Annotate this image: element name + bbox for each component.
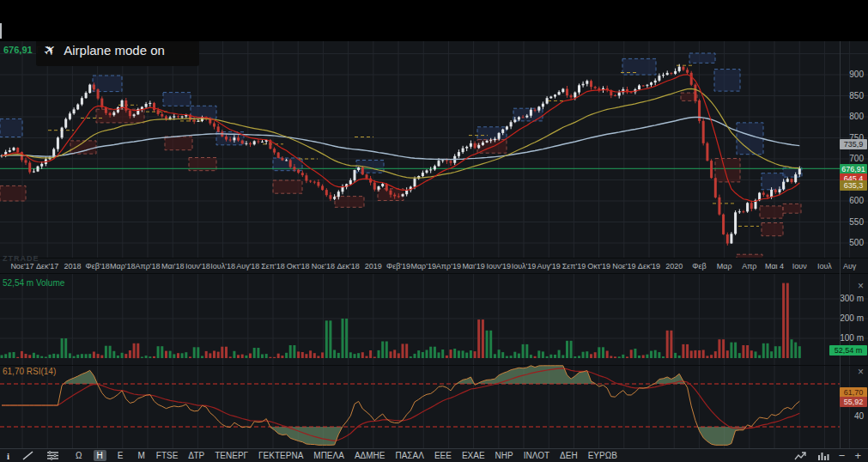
toast-text: Airplane mode on: [64, 43, 165, 58]
ticker-tab-FTSE[interactable]: FTSE: [156, 451, 179, 460]
rsi-pane[interactable]: 40: [0, 365, 868, 448]
rsi-value: 61,70: [3, 367, 24, 376]
svg-text:850: 850: [849, 91, 864, 100]
ticker-tab-ΝΗΡ[interactable]: ΝΗΡ: [495, 451, 513, 460]
time-axis-label: Ιουν'18: [185, 262, 210, 271]
indicator-list-icon[interactable]: [46, 451, 59, 460]
time-axis-label: Απρ'18: [135, 262, 160, 271]
svg-text:700: 700: [849, 154, 864, 163]
ticker-tab-ΔΤΡ[interactable]: ΔΤΡ: [188, 451, 204, 460]
time-axis-label: Νοε'19: [612, 262, 635, 271]
time-axis-label: Δεκ'19: [638, 262, 660, 271]
chart-type-icon[interactable]: [794, 451, 808, 461]
time-axis-label: Ιουν'19: [486, 262, 511, 271]
timeframe-button-Ω[interactable]: Ω: [72, 450, 85, 461]
volume-name: Volume: [36, 278, 64, 288]
rsi-name: RSI(14): [27, 367, 56, 376]
volume-value: 52,54 m: [3, 278, 33, 288]
ticker-tab-ΠΑΣΑΛ[interactable]: ΠΑΣΑΛ: [395, 451, 423, 460]
time-axis-label: Νοε'17: [10, 262, 33, 271]
ticker-tab-ΔΕΗ[interactable]: ΔΕΗ: [560, 451, 578, 460]
time-axis-label: Φεβ: [692, 262, 706, 271]
time-axis-label: Απρ: [742, 262, 756, 271]
info-icon[interactable]: i: [7, 451, 9, 461]
time-axis-label: 2019: [365, 262, 382, 271]
ticker-tab-ΜΠΕΛΑ[interactable]: ΜΠΕΛΑ: [313, 451, 344, 460]
time-axis-label: Μαρ'18: [110, 262, 136, 271]
zoom-out-icon[interactable]: −: [839, 451, 846, 461]
rsi-legend: 61,70 RSI(14): [3, 367, 56, 376]
svg-text:800: 800: [849, 112, 864, 121]
platform-watermark: ZTRADE: [3, 254, 39, 263]
ticker-tab-ΓΕΚΤΕΡΝΑ[interactable]: ΓΕΚΤΕΡΝΑ: [258, 451, 303, 460]
time-axis-label: Αυγ'19: [537, 262, 561, 271]
time-axis-label: Μαρ: [717, 262, 732, 271]
indicators-icon[interactable]: [817, 451, 829, 460]
time-axis-label: Νοε'18: [312, 262, 335, 271]
timeframe-button-Ε[interactable]: Ε: [114, 450, 127, 461]
svg-text:900: 900: [849, 70, 864, 79]
svg-text:550: 550: [849, 217, 864, 227]
volume-pane[interactable]: 300 m200 m100 m: [0, 273, 868, 365]
time-axis-label: 2018: [64, 262, 81, 271]
time-axis-label: Οκτ'19: [587, 262, 610, 271]
ticker-tab-ΕΥΡΩΒ[interactable]: ΕΥΡΩΒ: [588, 451, 617, 460]
time-axis-label: Μαι'19: [462, 262, 484, 271]
rsi-pane-close-icon[interactable]: ×: [858, 368, 864, 376]
time-axis-label: Φεβ'18: [86, 262, 110, 271]
trendline-icon[interactable]: [22, 451, 33, 460]
volume-legend: 52,54 m Volume: [3, 278, 64, 288]
ticker-tab-ΕΧΑΕ[interactable]: ΕΧΑΕ: [462, 451, 485, 460]
svg-text:300 m: 300 m: [840, 294, 864, 303]
rsi-ma-badge: 55,92: [840, 397, 867, 407]
svg-text:200 m: 200 m: [840, 313, 864, 323]
time-axis[interactable]: Νοε'17Δεκ'172018Φεβ'18Μαρ'18Απρ'18Μαι'18…: [0, 258, 868, 273]
time-axis-label: Σεπ'19: [562, 262, 586, 271]
time-axis-label: Φεβ'19: [386, 262, 410, 271]
time-axis-label: Δεκ'18: [337, 262, 359, 271]
time-axis-label: 2020: [665, 262, 683, 271]
ticker-tab-ΑΔΜΗΕ[interactable]: ΑΔΜΗΕ: [355, 451, 385, 460]
svg-text:500: 500: [849, 238, 864, 247]
ticker-tab-ΙΝΛΟΤ[interactable]: ΙΝΛΟΤ: [524, 451, 549, 460]
timeframe-button-Μ[interactable]: Μ: [134, 450, 148, 461]
zoom-in-icon[interactable]: +: [854, 451, 861, 461]
time-axis-label: Σεπ'18: [261, 262, 285, 271]
slow-ma-price-badge: 735,9: [840, 139, 867, 149]
time-axis-label: Απρ'19: [436, 262, 461, 271]
time-axis-label: Μαι 4: [765, 262, 784, 271]
volume-badge: 52,54 m: [829, 345, 867, 356]
svg-text:100 m: 100 m: [840, 333, 864, 343]
airplane-icon: ✈: [40, 40, 59, 59]
last-price-label: 676,91: [3, 45, 33, 55]
time-axis-label: Ιουλ'19: [512, 262, 537, 271]
mid-ma-price-badge: 635,3: [840, 180, 867, 191]
timeframe-button-Η[interactable]: Η: [94, 450, 106, 461]
svg-text:600: 600: [849, 196, 864, 205]
time-axis-label: Ιουλ: [817, 262, 832, 271]
main-price-chart[interactable]: 900850800750700650600550500: [0, 41, 868, 258]
volume-pane-close-icon[interactable]: ×: [858, 282, 864, 290]
ticker-tab-ΤΕΝΕΡΓ[interactable]: ΤΕΝΕΡΓ: [215, 451, 248, 460]
time-axis-label: Ιουν: [792, 262, 807, 271]
topbar-cursor-tick: [0, 23, 2, 39]
time-axis-label: Αυγ: [843, 262, 856, 271]
ticker-tab-ΕΕΕ[interactable]: ΕΕΕ: [434, 451, 452, 460]
svg-text:40: 40: [854, 411, 865, 421]
time-axis-label: Μαρ'19: [410, 262, 436, 271]
top-black-bar: [0, 0, 868, 41]
time-axis-label: Δεκ'17: [36, 262, 58, 271]
bottom-toolbar: i ΩΗΕΜ FTSEΔΤΡΤΕΝΕΡΓΓΕΚΤΕΡΝΑΜΠΕΛΑΑΔΜΗΕΠΑ…: [0, 448, 868, 462]
time-axis-label: Ιουλ'18: [210, 262, 235, 271]
time-axis-label: Αυγ'18: [236, 262, 259, 271]
time-axis-label: Οκτ'18: [287, 262, 310, 271]
time-axis-label: Μαι'18: [161, 262, 184, 271]
